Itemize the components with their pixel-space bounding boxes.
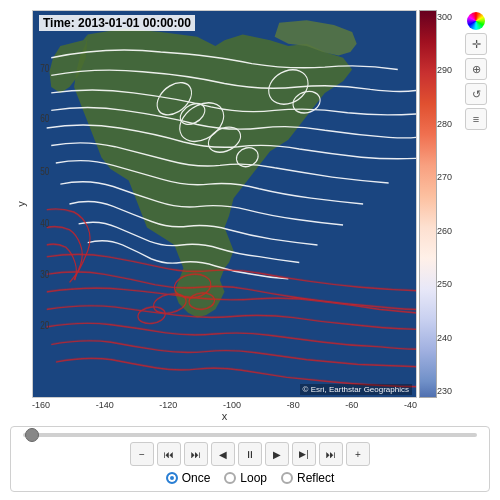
reflect-radio[interactable] [281,472,293,484]
speed-down-button[interactable]: − [130,442,154,466]
skip-to-end-button[interactable]: ⏭ [319,442,343,466]
svg-text:60: 60 [40,112,49,124]
zoom-btn[interactable]: ⊕ [465,58,487,80]
refresh-btn[interactable]: ↺ [465,83,487,105]
svg-text:20: 20 [40,319,49,331]
colorbar-tick-290: 290 [437,65,460,75]
prev-frame-button[interactable]: ◀ [211,442,235,466]
y-axis-container: y [10,10,32,398]
y-axis-label: y [15,201,27,207]
once-label: Once [182,471,211,485]
colorbar-tick-260: 260 [437,226,460,236]
colorbar-tick-250: 250 [437,279,460,289]
map-colorbar-toolbar: Time: 2013-01-01 00:00:00 [32,10,490,398]
next-frame-button[interactable]: ▶| [292,442,316,466]
app-container: y Time: 2013-01-01 00:00:00 [0,0,500,500]
map-canvas[interactable]: Time: 2013-01-01 00:00:00 [33,11,416,397]
x-tick-100: -100 [223,400,241,410]
x-tick-60: -60 [345,400,358,410]
loop-radio[interactable] [224,472,236,484]
loop-mode-option[interactable]: Loop [224,471,267,485]
toolbar: ✛ ⊕ ↺ ≡ [462,10,490,398]
esri-credit: © Esri, Earthstar Geographics [300,384,412,395]
x-tick-80: -80 [287,400,300,410]
play-button[interactable]: ▶ [265,442,289,466]
colorbar-tick-230: 230 [437,386,460,396]
colorbar-tick-240: 240 [437,333,460,343]
map-svg: 70 60 50 40 30 20 [33,11,416,397]
svg-text:40: 40 [40,217,49,229]
color-wheel-btn[interactable] [467,12,485,30]
playback-row: − ⏮ ⏭ ◀ ⏸ ▶ ▶| ⏭ + [19,442,481,466]
svg-text:30: 30 [40,268,49,280]
svg-text:70: 70 [40,62,49,74]
map-wrapper: Time: 2013-01-01 00:00:00 [32,10,417,398]
pan-tool-btn[interactable]: ✛ [465,33,487,55]
colorbar-tick-280: 280 [437,119,460,129]
x-axis-label: x [32,410,417,422]
colorbar-ticks: 300 290 280 270 260 250 240 230 [437,10,460,398]
slider-row [19,433,481,437]
x-tick-40: -40 [404,400,417,410]
colorbar-tick-300: 300 [437,12,460,22]
once-mode-option[interactable]: Once [166,471,211,485]
reflect-mode-option[interactable]: Reflect [281,471,334,485]
map-section: y Time: 2013-01-01 00:00:00 [10,10,490,398]
reflect-label: Reflect [297,471,334,485]
step-back-button[interactable]: ⏭ [184,442,208,466]
pause-button[interactable]: ⏸ [238,442,262,466]
x-tick-140: -140 [96,400,114,410]
x-ticks-row: -160 -140 -120 -100 -80 -60 -40 [32,400,417,410]
layers-btn[interactable]: ≡ [465,108,487,130]
mode-row: Once Loop Reflect [19,471,481,485]
svg-text:50: 50 [40,165,49,177]
timeline-slider[interactable] [23,433,477,437]
colorbar-container: 300 290 280 270 260 250 240 230 [417,10,462,398]
slider-thumb[interactable] [25,428,39,442]
speed-up-button[interactable]: + [346,442,370,466]
loop-label: Loop [240,471,267,485]
controls-section: − ⏮ ⏭ ◀ ⏸ ▶ ▶| ⏭ + Once Loop Reflect [10,426,490,492]
colorbar-tick-270: 270 [437,172,460,182]
once-radio[interactable] [166,472,178,484]
colorbar-gradient [419,10,437,398]
skip-to-start-button[interactable]: ⏮ [157,442,181,466]
time-label: Time: 2013-01-01 00:00:00 [39,15,195,31]
x-tick-120: -120 [159,400,177,410]
x-tick-160: -160 [32,400,50,410]
